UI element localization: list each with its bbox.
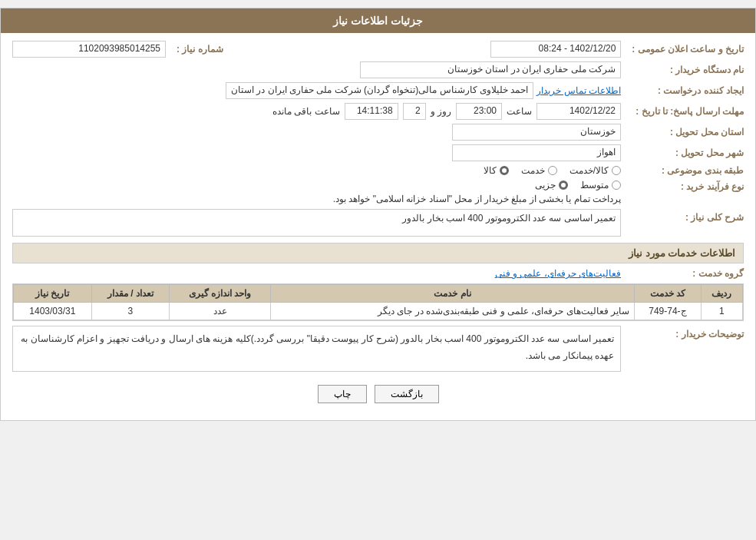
need-description-value: تعمیر اساسی سه عدد الکتروموتور 400 اسب ب… [12,209,621,237]
province-value: خوزستان [452,124,621,141]
col-header-unit: واحد اندازه گیری [170,285,271,303]
service-group-label: گروه خدمت : [621,268,744,279]
purchase-type-label: نوع فرآیند خرید : [621,180,744,192]
province-label: استان محل تحویل : [621,127,744,137]
page-header: جزئیات اطلاعات نیاز [1,8,755,33]
purchase-type-note: پرداخت تمام یا بخشی از مبلغ خریدار از مح… [333,194,621,204]
buyer-notes-label: توضیحات خریدار : [621,326,744,340]
deadline-date: 1402/12/22 [536,103,621,120]
page-title: جزئیات اطلاعات نیاز [333,15,423,27]
category-options: کالا/خدمت خدمت کالا [484,165,621,176]
category-option-kala-khedmat[interactable]: کالا/خدمت [569,165,621,176]
deadline-day-label: روز و [431,106,451,117]
col-header-row: ردیف [701,285,742,303]
purchase-option-jozii[interactable]: جزیی [535,180,568,190]
announce-value: 1402/12/20 - 08:24 [490,41,621,58]
cell-name: سایر فعالیت‌های حرفه‌ای، علمی و فنی طبقه… [270,303,634,320]
creator-label: ایجاد کننده درخواست : [621,85,744,96]
deadline-label: مهلت ارسال پاسخ: تا تاریخ : [621,106,744,117]
purchase-option-mutawaset[interactable]: متوسط [580,180,621,190]
radio-kala [500,166,509,175]
city-value: اهواز [452,144,621,161]
radio-mutawaset [612,181,621,190]
deadline-remaining-label: ساعت باقی مانده [272,106,340,117]
purchase-type-options: متوسط جزیی [333,180,621,190]
announce-label: تاریخ و ساعت اعلان عمومی : [626,44,744,55]
radio-kala-khedmat [612,166,621,175]
radio-khedmat [548,166,557,175]
cell-code: ج-74-749 [635,303,702,320]
deadline-time-label: ساعت [507,106,532,117]
category-option-kala[interactable]: کالا [484,165,509,176]
need-number-value: 1102093985014255 [12,41,166,58]
service-group-value[interactable]: فعالیت‌های حرفه‌ای، علمی و فنی [495,268,621,279]
col-header-code: کد خدمت [635,285,702,303]
deadline-days: 2 [403,103,426,120]
radio-jozii [559,181,568,190]
back-button[interactable]: بازگشت [375,385,439,403]
footer-buttons: بازگشت چاپ [12,376,744,412]
category-option-khedmat[interactable]: خدمت [521,165,557,176]
services-section-header: اطلاعات خدمات مورد نیاز [12,243,744,263]
deadline-remaining: 14:11:38 [345,103,398,120]
table-row: 1 ج-74-749 سایر فعالیت‌های حرفه‌ای، علمی… [14,303,743,320]
cell-qty: 3 [91,303,170,320]
services-table: ردیف کد خدمت نام خدمت واحد اندازه گیری ت… [12,283,744,321]
col-header-name: نام خدمت [270,285,634,303]
deadline-time: 23:00 [456,103,502,120]
category-label: طبقه بندی موضوعی : [621,165,744,176]
buyer-org-value: شرکت ملی حفاری ایران در استان خوزستان [360,61,621,78]
creator-value: احمد خلیلاوی کارشناس مالی(تنخواه گردان) … [226,82,533,99]
col-header-qty: تعداد / مقدار [91,285,170,303]
buyer-notes-value: تعمیر اساسی سه عدد الکتروموتور 400 اسب ب… [12,326,621,372]
cell-row: 1 [701,303,742,320]
cell-date: 1403/03/31 [14,303,92,320]
need-number-label: شماره نیاز : [170,44,223,55]
cell-unit: عدد [170,303,271,320]
city-label: شهر محل تحویل : [621,147,744,158]
creator-link[interactable]: اطلاعات تماس خریدار [536,85,621,96]
col-header-date: تاریخ نیاز [14,285,92,303]
buyer-org-label: نام دستگاه خریدار : [621,65,744,75]
need-description-label: شرح کلی نیاز : [621,209,744,223]
print-button[interactable]: چاپ [318,385,367,403]
